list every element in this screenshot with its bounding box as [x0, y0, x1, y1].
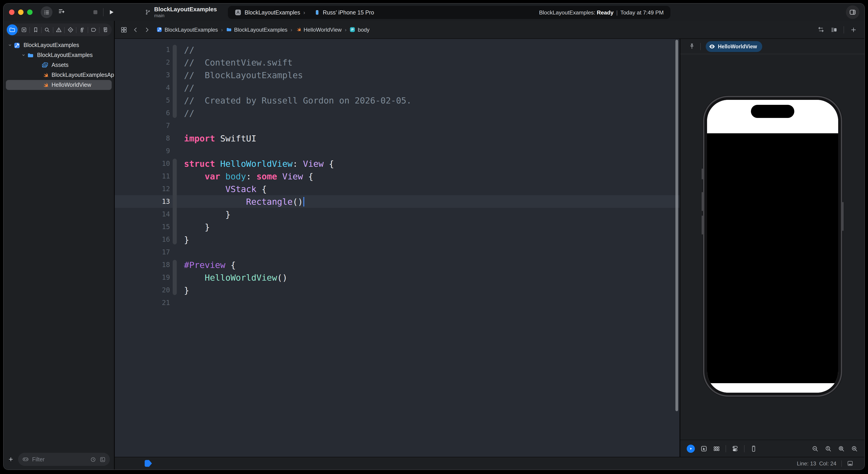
navigator-toggle-button[interactable]	[41, 6, 53, 18]
inspector-toggle-button[interactable]	[846, 5, 860, 19]
app-badge-icon	[235, 9, 241, 16]
navigator-tab-bar	[6, 24, 112, 36]
code-line-18[interactable]: 18#Preview {	[115, 258, 680, 271]
chevron-left-icon[interactable]	[132, 26, 139, 33]
editor-scrollbar[interactable]	[675, 40, 678, 411]
clock-icon[interactable]	[90, 456, 96, 463]
code-line-8[interactable]: 8import SwiftUI	[115, 132, 680, 145]
code-line-19[interactable]: 19 HelloWorldView()	[115, 271, 680, 284]
tree-item-assets[interactable]: Assets	[6, 60, 112, 70]
code-text: var body: some View {	[184, 171, 313, 181]
code-line-7[interactable]: 7	[115, 119, 680, 132]
tree-item-blocklayoutexamples[interactable]: BlockLayoutExamples	[6, 50, 112, 60]
zoom-in-button[interactable]	[851, 445, 858, 452]
close-button[interactable]	[9, 9, 14, 15]
minimize-button[interactable]	[18, 9, 24, 15]
code-line-13[interactable]: 13 Rectangle()	[115, 195, 680, 208]
code-line-6[interactable]: 6//	[115, 107, 680, 119]
breadcrumb-item-body[interactable]: Pbody	[350, 26, 370, 33]
preview-pill[interactable]: HelloWorldView	[706, 41, 763, 52]
code-line-9[interactable]: 9	[115, 145, 680, 157]
inspector-panel-icon	[849, 8, 856, 16]
canvas-toolbar	[680, 440, 864, 457]
breadcrumb-separator: ›	[221, 27, 223, 32]
navigator-tab-breakpoints-navigator[interactable]	[88, 24, 99, 36]
plus-minus-icon[interactable]	[99, 456, 106, 463]
code-text: HelloWorldView()	[184, 273, 287, 282]
stop-icon[interactable]	[92, 8, 99, 16]
code-line-20[interactable]: 20}	[115, 284, 680, 296]
code-line-12[interactable]: 12 VStack {	[115, 183, 680, 195]
iphone-device-preview[interactable]	[703, 96, 842, 397]
code-line-15[interactable]: 15 }	[115, 221, 680, 233]
device-settings-button[interactable]	[732, 445, 739, 452]
zoom-actual-size-button[interactable]	[825, 445, 832, 452]
breadcrumb-item-blocklayoutexamples[interactable]: BlockLayoutExamples	[156, 26, 218, 33]
text-cursor	[303, 197, 304, 207]
tree-item-helloworldview[interactable]: HelloWorldView	[6, 80, 112, 90]
run-destination[interactable]: Russ’ iPhone 15 Pro	[323, 9, 374, 15]
swift-file-icon	[41, 72, 49, 78]
tree-item-blocklayoutexamplesapp[interactable]: BlockLayoutExamplesApp	[6, 70, 112, 80]
coding-assistant-button[interactable]	[58, 7, 66, 17]
code-line-3[interactable]: 3// BlockLayoutExamples	[115, 69, 680, 81]
navigator-tab-source-control-navigator[interactable]	[18, 24, 29, 36]
chevron-down-icon[interactable]	[21, 53, 26, 57]
filter-field[interactable]: Filter	[18, 453, 110, 466]
project-navigator-tree[interactable]: BlockLayoutExamplesBlockLayoutExamplesAs…	[4, 39, 114, 452]
play-icon[interactable]	[107, 8, 115, 16]
source-editor[interactable]: 1//2// ContentView.swift3// BlockLayoutE…	[115, 39, 680, 457]
add-editor-icon[interactable]	[850, 26, 857, 33]
navigator-tab-debug-navigator[interactable]	[76, 24, 88, 36]
navigator-tab-project-navigator[interactable]	[7, 24, 18, 36]
device-preview-button[interactable]	[750, 445, 757, 452]
run-controls	[92, 8, 115, 16]
grid-tabs-icon[interactable]	[120, 26, 127, 33]
code-fold-ribbon[interactable]	[173, 45, 177, 118]
code-review-icon[interactable]	[817, 26, 825, 33]
editor-options-icon[interactable]	[831, 26, 838, 33]
navigator-tab-tests-navigator[interactable]	[65, 24, 76, 36]
add-file-button[interactable]: +	[8, 455, 13, 463]
code-text: struct HelloWorldView: View {	[184, 159, 334, 168]
breadcrumb-label: BlockLayoutExamples	[234, 26, 287, 33]
code-fold-ribbon[interactable]	[173, 159, 177, 245]
code-fold-ribbon[interactable]	[173, 260, 177, 295]
selectable-preview-button[interactable]	[700, 445, 708, 452]
code-text: //	[184, 108, 194, 118]
code-line-11[interactable]: 11 var body: some View {	[115, 170, 680, 183]
code-text: }	[184, 285, 189, 295]
code-line-14[interactable]: 14 }	[115, 208, 680, 221]
code-line-17[interactable]: 17	[115, 246, 680, 258]
power-button	[842, 202, 844, 231]
activity-view[interactable]: BlockLayoutExamples › Russ’ iPhone 15 Pr…	[228, 6, 671, 19]
pin-icon[interactable]	[688, 43, 695, 50]
code-line-2[interactable]: 2// ContentView.swift	[115, 56, 680, 69]
scheme-name[interactable]: BlockLayoutExamples	[245, 9, 300, 15]
tree-item-blocklayoutexamples[interactable]: BlockLayoutExamples	[6, 40, 112, 50]
debug-status-bar: Line: 13 Col: 24	[115, 457, 864, 470]
breadcrumb-item-helloworldview[interactable]: HelloWorldView	[296, 26, 342, 33]
chevron-down-icon[interactable]	[8, 43, 12, 48]
code-line-5[interactable]: 5// Created by Russell Gordon on 2026-02…	[115, 94, 680, 107]
navigator-tab-issues-navigator[interactable]	[53, 24, 64, 36]
live-preview-button[interactable]	[687, 444, 695, 452]
tree-item-label: Assets	[52, 62, 68, 68]
navigator-tab-find-navigator[interactable]	[41, 24, 53, 36]
code-line-21[interactable]: 21	[115, 296, 680, 309]
navigator-tab-bookmarks-navigator[interactable]	[30, 24, 41, 36]
zoom-fit-button[interactable]	[838, 445, 845, 452]
code-line-4[interactable]: 4//	[115, 81, 680, 94]
zoom-out-button[interactable]	[811, 445, 819, 452]
breadcrumb-item-blocklayoutexamples[interactable]: BlockLayoutExamples	[226, 26, 287, 33]
code-line-1[interactable]: 1//	[115, 43, 680, 56]
line-number: 12	[115, 185, 170, 193]
chevron-right-icon[interactable]	[144, 26, 150, 33]
breakpoint-tag-icon[interactable]	[145, 460, 152, 467]
preview-variants-button[interactable]	[713, 445, 720, 452]
navigator-tab-reports-navigator[interactable]	[100, 24, 111, 36]
code-line-16[interactable]: 16}	[115, 233, 680, 246]
code-line-10[interactable]: 10struct HelloWorldView: View {	[115, 157, 680, 170]
dock-bottom-icon[interactable]	[847, 460, 854, 467]
zoom-button[interactable]	[27, 9, 33, 15]
